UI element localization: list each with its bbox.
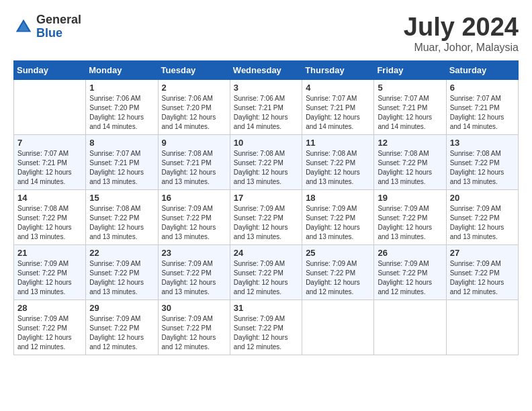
day-info: Sunrise: 7:09 AMSunset: 7:22 PMDaylight:… [234, 204, 298, 242]
calendar-cell: 5Sunrise: 7:07 AMSunset: 7:21 PMDaylight… [374, 79, 446, 134]
month-year: July 2024 [404, 13, 519, 42]
calendar-cell: 3Sunrise: 7:06 AMSunset: 7:21 PMDaylight… [230, 79, 302, 134]
day-info: Sunrise: 7:09 AMSunset: 7:22 PMDaylight:… [450, 259, 515, 297]
day-number: 25 [306, 248, 370, 258]
day-info: Sunrise: 7:08 AMSunset: 7:22 PMDaylight:… [234, 149, 298, 187]
day-number: 2 [162, 83, 226, 93]
day-number: 4 [306, 83, 370, 93]
day-number: 13 [450, 138, 515, 148]
day-number: 14 [17, 193, 82, 203]
title-block: July 2024 Muar, Johor, Malaysia [404, 13, 519, 54]
day-number: 28 [17, 303, 82, 313]
calendar-cell: 11Sunrise: 7:08 AMSunset: 7:22 PMDayligh… [302, 134, 374, 189]
col-header-sunday: Sunday [14, 60, 86, 79]
calendar-week-2: 7Sunrise: 7:07 AMSunset: 7:21 PMDaylight… [14, 134, 519, 189]
day-number: 5 [378, 83, 442, 93]
col-header-tuesday: Tuesday [158, 60, 230, 79]
col-header-thursday: Thursday [302, 60, 374, 79]
day-info: Sunrise: 7:09 AMSunset: 7:22 PMDaylight:… [89, 259, 154, 297]
day-info: Sunrise: 7:09 AMSunset: 7:22 PMDaylight:… [162, 259, 226, 297]
day-info: Sunrise: 7:09 AMSunset: 7:22 PMDaylight:… [306, 204, 370, 242]
day-info: Sunrise: 7:07 AMSunset: 7:21 PMDaylight:… [450, 94, 515, 132]
day-number: 12 [378, 138, 442, 148]
day-number: 11 [306, 138, 370, 148]
day-number: 1 [89, 83, 154, 93]
calendar-cell: 1Sunrise: 7:06 AMSunset: 7:20 PMDaylight… [86, 79, 158, 134]
calendar-cell: 31Sunrise: 7:09 AMSunset: 7:22 PMDayligh… [230, 300, 302, 355]
calendar-cell: 25Sunrise: 7:09 AMSunset: 7:22 PMDayligh… [302, 244, 374, 300]
day-number: 18 [306, 193, 370, 203]
calendar-cell: 28Sunrise: 7:09 AMSunset: 7:22 PMDayligh… [14, 300, 86, 355]
calendar-cell: 12Sunrise: 7:08 AMSunset: 7:22 PMDayligh… [374, 134, 446, 189]
calendar-cell: 30Sunrise: 7:09 AMSunset: 7:22 PMDayligh… [158, 300, 230, 355]
calendar-cell [446, 300, 518, 355]
day-number: 27 [450, 248, 515, 258]
day-info: Sunrise: 7:08 AMSunset: 7:22 PMDaylight:… [17, 204, 82, 242]
calendar-week-4: 21Sunrise: 7:09 AMSunset: 7:22 PMDayligh… [14, 244, 519, 300]
day-number: 8 [89, 138, 154, 148]
day-info: Sunrise: 7:09 AMSunset: 7:22 PMDaylight:… [450, 204, 515, 242]
day-number: 17 [234, 193, 298, 203]
day-number: 6 [450, 83, 515, 93]
day-number: 9 [162, 138, 226, 148]
col-header-friday: Friday [374, 60, 446, 79]
day-number: 3 [234, 83, 298, 93]
calendar-cell: 10Sunrise: 7:08 AMSunset: 7:22 PMDayligh… [230, 134, 302, 189]
logo-general: General [36, 13, 81, 27]
day-info: Sunrise: 7:09 AMSunset: 7:22 PMDaylight:… [306, 259, 370, 297]
day-number: 19 [378, 193, 442, 203]
calendar-cell [374, 300, 446, 355]
logo-icon [13, 17, 34, 37]
day-number: 20 [450, 193, 515, 203]
col-header-wednesday: Wednesday [230, 60, 302, 79]
day-info: Sunrise: 7:08 AMSunset: 7:22 PMDaylight:… [89, 204, 154, 242]
calendar-cell: 23Sunrise: 7:09 AMSunset: 7:22 PMDayligh… [158, 244, 230, 300]
day-info: Sunrise: 7:08 AMSunset: 7:22 PMDaylight:… [450, 149, 515, 187]
day-info: Sunrise: 7:09 AMSunset: 7:22 PMDaylight:… [234, 259, 298, 297]
calendar-header-row: SundayMondayTuesdayWednesdayThursdayFrid… [14, 60, 519, 79]
calendar-cell: 20Sunrise: 7:09 AMSunset: 7:22 PMDayligh… [446, 189, 518, 244]
calendar-cell: 6Sunrise: 7:07 AMSunset: 7:21 PMDaylight… [446, 79, 518, 134]
day-info: Sunrise: 7:09 AMSunset: 7:22 PMDaylight:… [378, 204, 442, 242]
calendar-cell: 8Sunrise: 7:07 AMSunset: 7:21 PMDaylight… [86, 134, 158, 189]
day-info: Sunrise: 7:08 AMSunset: 7:21 PMDaylight:… [162, 149, 226, 187]
day-number: 7 [17, 138, 82, 148]
calendar-week-1: 1Sunrise: 7:06 AMSunset: 7:20 PMDaylight… [14, 79, 519, 134]
location: Muar, Johor, Malaysia [404, 42, 519, 54]
day-info: Sunrise: 7:09 AMSunset: 7:22 PMDaylight:… [162, 314, 226, 352]
day-info: Sunrise: 7:09 AMSunset: 7:22 PMDaylight:… [234, 314, 298, 352]
day-info: Sunrise: 7:07 AMSunset: 7:21 PMDaylight:… [89, 149, 154, 187]
day-number: 26 [378, 248, 442, 258]
day-info: Sunrise: 7:06 AMSunset: 7:21 PMDaylight:… [234, 94, 298, 132]
calendar-cell: 27Sunrise: 7:09 AMSunset: 7:22 PMDayligh… [446, 244, 518, 300]
calendar-cell: 16Sunrise: 7:09 AMSunset: 7:22 PMDayligh… [158, 189, 230, 244]
calendar-cell: 22Sunrise: 7:09 AMSunset: 7:22 PMDayligh… [86, 244, 158, 300]
day-info: Sunrise: 7:09 AMSunset: 7:22 PMDaylight:… [89, 314, 154, 352]
day-info: Sunrise: 7:09 AMSunset: 7:22 PMDaylight:… [162, 204, 226, 242]
day-number: 10 [234, 138, 298, 148]
calendar-table: SundayMondayTuesdayWednesdayThursdayFrid… [13, 60, 519, 355]
day-number: 23 [162, 248, 226, 258]
day-number: 21 [17, 248, 82, 258]
calendar-cell: 24Sunrise: 7:09 AMSunset: 7:22 PMDayligh… [230, 244, 302, 300]
calendar-week-5: 28Sunrise: 7:09 AMSunset: 7:22 PMDayligh… [14, 300, 519, 355]
calendar-cell: 13Sunrise: 7:08 AMSunset: 7:22 PMDayligh… [446, 134, 518, 189]
calendar-cell: 21Sunrise: 7:09 AMSunset: 7:22 PMDayligh… [14, 244, 86, 300]
calendar-cell [302, 300, 374, 355]
day-info: Sunrise: 7:08 AMSunset: 7:22 PMDaylight:… [306, 149, 370, 187]
logo-text: General Blue [36, 13, 81, 40]
calendar-cell: 7Sunrise: 7:07 AMSunset: 7:21 PMDaylight… [14, 134, 86, 189]
day-info: Sunrise: 7:08 AMSunset: 7:22 PMDaylight:… [378, 149, 442, 187]
calendar-cell: 2Sunrise: 7:06 AMSunset: 7:20 PMDaylight… [158, 79, 230, 134]
day-number: 30 [162, 303, 226, 313]
calendar-cell: 9Sunrise: 7:08 AMSunset: 7:21 PMDaylight… [158, 134, 230, 189]
calendar-week-3: 14Sunrise: 7:08 AMSunset: 7:22 PMDayligh… [14, 189, 519, 244]
day-number: 24 [234, 248, 298, 258]
calendar-cell: 26Sunrise: 7:09 AMSunset: 7:22 PMDayligh… [374, 244, 446, 300]
day-info: Sunrise: 7:07 AMSunset: 7:21 PMDaylight:… [306, 94, 370, 132]
day-info: Sunrise: 7:07 AMSunset: 7:21 PMDaylight:… [378, 94, 442, 132]
logo: General Blue [13, 13, 81, 40]
day-number: 22 [89, 248, 154, 258]
page-header: General Blue July 2024 Muar, Johor, Mala… [13, 13, 519, 54]
calendar-cell: 29Sunrise: 7:09 AMSunset: 7:22 PMDayligh… [86, 300, 158, 355]
